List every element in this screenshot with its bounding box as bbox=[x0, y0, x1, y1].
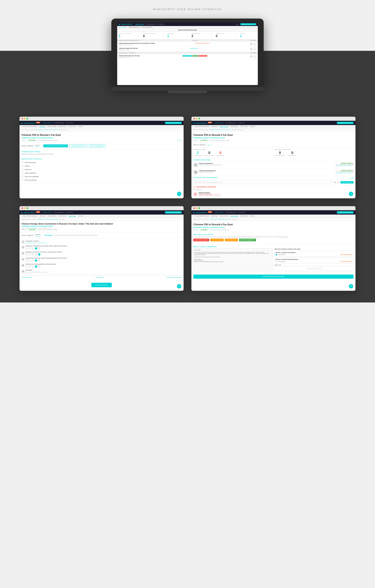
card3-q2-r1[interactable]: 1 bbox=[26, 247, 28, 250]
card3-q5-r5[interactable]: 5 bbox=[38, 265, 41, 268]
card1-nav-profile[interactable]: MY PROFILE bbox=[66, 122, 73, 124]
card2-nav-profile[interactable]: MY PROFILE bbox=[238, 122, 245, 124]
nav-admin-centre[interactable]: ADMIN CENTRE bbox=[135, 24, 144, 25]
card3-q4-r5[interactable]: 5 bbox=[38, 259, 41, 262]
card1-subnav-decision[interactable]: Major Decision bbox=[59, 126, 66, 127]
card1-detail-statement[interactable]: + Author's statement bbox=[21, 171, 182, 175]
card3-q3-r3[interactable]: 3 bbox=[32, 253, 34, 256]
card3-q5-r1[interactable]: 1 bbox=[26, 265, 28, 268]
card1-subnav-tracking[interactable]: Review Tracking bbox=[48, 126, 56, 127]
submit-manuscript-btn[interactable]: SUBMIT A MANUSCRIPT bbox=[240, 23, 256, 25]
card4-subnav-notes[interactable]: My Notes bbox=[250, 215, 255, 217]
card2-subnav-tracking[interactable]: Review Tracking bbox=[220, 126, 228, 127]
card3-q5-r3[interactable]: 3 bbox=[32, 265, 34, 268]
card3-q3-r5[interactable]: 5 bbox=[38, 253, 41, 256]
card2-add-reviewer-btn[interactable]: ADD A REVIEWER bbox=[340, 181, 354, 183]
card3-subnav-tracking[interactable]: Review Tracking bbox=[48, 215, 56, 217]
card3-q2-r3[interactable]: 3 bbox=[32, 247, 34, 250]
card2-reviewer-2-profile[interactable]: Reviewer Profile bbox=[343, 172, 352, 174]
card3-nav-submissions[interactable]: MY SUBMISSIONS bbox=[54, 212, 64, 213]
card2-help-btn[interactable]: ? bbox=[349, 192, 353, 196]
card2-nav-admin[interactable]: ADMIN CENTRE bbox=[215, 122, 224, 124]
review-action-edit[interactable]: ✎ bbox=[250, 55, 253, 58]
card2-subnav-reports[interactable]: Reports Page bbox=[241, 126, 248, 127]
card3-q3-r4[interactable]: 4 bbox=[35, 253, 37, 256]
card4-subnav-back[interactable]: ← Back to Editorial Evaluation bbox=[193, 215, 209, 217]
card3-submit-btn[interactable]: SUBMIT A MANUSCRIPT bbox=[165, 211, 182, 214]
card4-submit-btn[interactable]: SUBMIT A MANUSCRIPT bbox=[337, 211, 354, 214]
card2-version-1[interactable]: Version 1 bbox=[207, 144, 212, 146]
card1-version-1[interactable]: Version 1 bbox=[35, 145, 40, 146]
card3-help-btn[interactable]: ? bbox=[177, 284, 181, 288]
card1-nav-submissions[interactable]: MY SUBMISSIONS bbox=[54, 122, 64, 124]
card4-approve-btn[interactable]: APPROVE MANUSCRIPT bbox=[239, 239, 256, 241]
card3-q3-r1[interactable]: 1 bbox=[26, 253, 28, 256]
card2-subnav-back[interactable]: ← Back to Editorial Evaluation bbox=[193, 126, 209, 127]
card4-comment-textarea[interactable]: Dear author, I am pleased to inform you … bbox=[193, 248, 273, 271]
card3-q2-r5[interactable]: 5 bbox=[38, 247, 41, 250]
ms-action-more-1[interactable]: ⋯ bbox=[253, 42, 256, 45]
card3-q4-r1[interactable]: 1 bbox=[26, 259, 28, 262]
card3-version-1[interactable]: Reviewer 1 bbox=[35, 234, 41, 235]
card4-nav-submissions[interactable]: MY SUBMISSIONS bbox=[226, 212, 236, 213]
card3-make-decision-btn[interactable]: MAKE DECISION bbox=[91, 283, 112, 287]
card4-subnav-reports[interactable]: Reports Page bbox=[241, 215, 248, 217]
card1-detail-abstract[interactable]: + Abstract bbox=[21, 164, 182, 168]
card2-subnav-decision[interactable]: Major Decision bbox=[231, 126, 238, 127]
card2-reviewer-1-read[interactable]: Read Review bbox=[335, 165, 342, 167]
card3-q5-r4[interactable]: 4 bbox=[35, 265, 37, 268]
card3-q4-r4[interactable]: 4 bbox=[35, 259, 37, 262]
card2-reviewer-1-more[interactable]: ⋯ bbox=[352, 165, 354, 167]
ms-action-more-2[interactable]: ⋯ bbox=[253, 48, 256, 50]
card1-detail-files-pub[interactable]: + Files for publication bbox=[21, 178, 182, 182]
nav-my-profile[interactable]: MY PROFILE bbox=[157, 24, 164, 25]
card2-reviewer-2-read[interactable]: Read Review bbox=[335, 172, 342, 174]
card3-q3-r2[interactable]: 2 bbox=[29, 253, 31, 256]
card1-subnav-manuscript[interactable]: Manuscript bbox=[40, 126, 45, 127]
review-action-more[interactable]: ⋯ bbox=[253, 55, 256, 58]
card2-search-row[interactable]: Search by first name, last name, keyword… bbox=[192, 180, 355, 185]
card3-q5-r2[interactable]: 2 bbox=[29, 265, 31, 268]
card4-subnav-decision[interactable]: Major Decision bbox=[231, 215, 238, 217]
card3-q4-r2[interactable]: 2 bbox=[29, 259, 31, 262]
card2-subnav-notes[interactable]: My Notes bbox=[250, 126, 255, 127]
card1-nav-admin[interactable]: ADMIN CENTRE bbox=[43, 122, 52, 124]
card3-subnav-notes[interactable]: My Notes bbox=[78, 215, 83, 217]
card2-reviewer-1-profile[interactable]: Reviewer Profile bbox=[343, 165, 352, 167]
subnav-editorial[interactable]: Editorial Evaluation ● bbox=[129, 27, 140, 28]
card1-download-btn[interactable]: DOWNLOAD MANUSCRIPT PDF bbox=[43, 144, 68, 147]
card3-nav-admin[interactable]: ADMIN CENTRE bbox=[43, 212, 52, 213]
card3-nav-profile[interactable]: MY PROFILE bbox=[66, 212, 73, 213]
card4-drop-zone[interactable]: Choose a file or drag it here bbox=[274, 266, 354, 271]
card4-reject-btn[interactable]: REJECT MANUSCRIPT bbox=[193, 239, 209, 241]
card2-show-all[interactable]: Show All bbox=[349, 178, 354, 178]
card2-nav-submissions[interactable]: MY SUBMISSIONS bbox=[226, 122, 236, 124]
card4-nav-admin[interactable]: ADMIN CENTRE bbox=[215, 212, 224, 213]
card3-q4-r3[interactable]: 3 bbox=[32, 259, 34, 262]
card1-help-btn[interactable]: ? bbox=[177, 192, 181, 196]
card1-detail-files-not[interactable]: + Files not for publication bbox=[21, 175, 182, 178]
card1-submit-btn[interactable]: SUBMIT A MANUSCRIPT bbox=[165, 122, 182, 124]
card1-subnav-notes[interactable]: My Notes bbox=[78, 126, 83, 127]
card3-subnav-manuscript[interactable]: Manuscript bbox=[40, 215, 45, 217]
card4-nav-profile[interactable]: MY PROFILE bbox=[238, 212, 245, 213]
card3-version-2[interactable]: Reviewer 2 bbox=[35, 235, 41, 237]
card4-minor-btn[interactable]: MINOR REVISION bbox=[225, 239, 238, 241]
card3-q2-r4[interactable]: 4 bbox=[35, 247, 37, 250]
card4-help-btn[interactable]: ? bbox=[349, 284, 353, 288]
card3-list-directors[interactable]: List Directors bbox=[95, 277, 103, 278]
card3-subnav-reports[interactable]: Reports Page bbox=[69, 215, 76, 217]
card1-subnav-back[interactable]: ← Back to Editorial Evaluation bbox=[21, 126, 37, 127]
card1-subnav-reports[interactable]: Reports Page bbox=[69, 126, 76, 127]
card1-version-2[interactable]: Version 2 bbox=[35, 146, 40, 147]
subnav-admin-check[interactable]: Admin Check ● bbox=[119, 27, 127, 28]
card2-reviewer-2-more[interactable]: ⋯ bbox=[352, 172, 354, 174]
card2-submit-btn[interactable]: SUBMIT A MANUSCRIPT bbox=[337, 122, 354, 124]
card1-detail-authors[interactable]: + Authors list bbox=[21, 168, 182, 171]
card4-preview-btn[interactable]: PREVIEW DECISION LETTER bbox=[193, 274, 354, 279]
card4-attach-r1-radio-show[interactable] bbox=[276, 254, 277, 255]
card3-subnav-decision[interactable]: Major Decision bbox=[59, 215, 66, 217]
card1-edit-btn[interactable]: EDIT SUBMISSION bbox=[69, 144, 86, 147]
card1-detail-article[interactable]: + Article information bbox=[21, 161, 182, 164]
ms-action-edit-2[interactable]: ✎ bbox=[250, 48, 253, 50]
